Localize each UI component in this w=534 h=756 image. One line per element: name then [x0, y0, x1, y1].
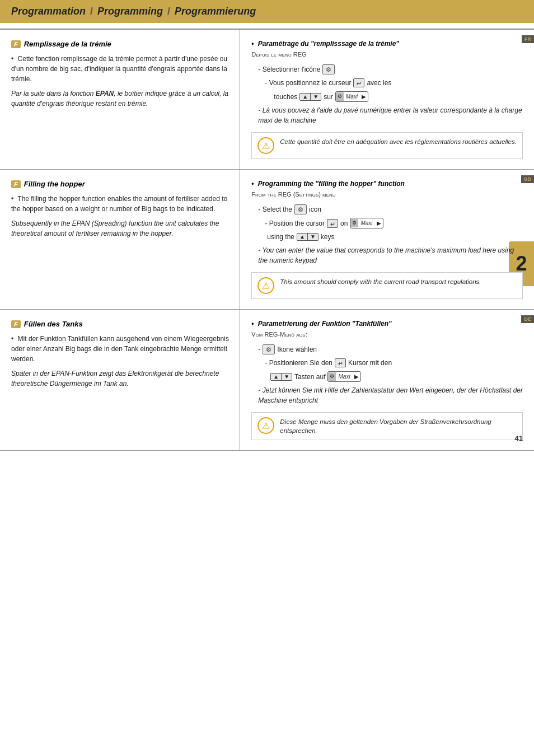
gb-warning-box: ⚠ This amount should comply with the cur…	[251, 272, 523, 299]
settings-icon-fr: ⚙	[322, 64, 335, 74]
gb-body-p2: Subsequently in the EPAN (Spreading) fun…	[11, 218, 229, 239]
gb-step4: - You can enter the value that correspon…	[258, 245, 523, 265]
gb-section: GB F Filling the hopper • The filling th…	[0, 170, 534, 310]
header-sep-1: /	[90, 6, 93, 17]
maxi-widget-fr: ⚙ Maxi ▶	[335, 91, 368, 102]
updown-icon-fr: ▲▼	[299, 93, 321, 101]
de-warning-text: Diese Menge muss den geltenden Vorgaben …	[280, 417, 517, 435]
de-badge: DE	[521, 315, 534, 323]
gb-left-title: Filling the hopper	[24, 180, 85, 188]
gb-left-body: • The filling the hopper function enable…	[11, 194, 229, 239]
return-icon-fr: ↵	[353, 78, 364, 87]
fr-left-title: Remplissage de la trémie	[24, 40, 111, 48]
fr-step4: - Là vous pouvez à l'aide du pavé numéri…	[258, 105, 523, 125]
fr-badge: FR	[522, 35, 534, 43]
fr-badge-area: FR	[522, 34, 534, 43]
fr-warning-text: Cette quantité doit être en adéquation a…	[280, 137, 517, 146]
maxi-widget-de: ⚙ Maxi ▶	[327, 371, 360, 382]
gb-right-panel: • Programming the "filling the hopper" f…	[240, 170, 534, 309]
settings-icon-gb: ⚙	[294, 204, 307, 214]
f-badge-de: F	[11, 320, 21, 328]
fr-left-body: • Cette fonction remplissage de la trémi…	[11, 54, 229, 109]
return-icon-de: ↵	[335, 358, 346, 367]
fr-section: FR F Remplissage de la trémie • Cette fo…	[0, 29, 534, 170]
de-right-subtitle: Vom REG-Menü aus:	[251, 331, 523, 338]
fr-left-panel: F Remplissage de la trémie • Cette fonct…	[0, 30, 240, 169]
page-header: Programmation / Programming / Programmie…	[0, 0, 534, 23]
gb-badge: GB	[521, 175, 535, 183]
de-section: DE F Füllen des Tanks • Mit der Funktion…	[0, 310, 534, 451]
gb-body-p1: • The filling the hopper function enable…	[11, 194, 229, 214]
page-number: 41	[515, 434, 523, 442]
fr-right-title: • Paramétrage du "remplisssage de la tré…	[251, 40, 523, 48]
de-right-title: • Parametrierung der Funktion "Tankfülle…	[251, 320, 523, 328]
warning-icon-gb: ⚠	[257, 277, 274, 294]
settings-icon-de: ⚙	[263, 344, 275, 354]
de-left-title: Füllen des Tanks	[24, 320, 83, 328]
return-icon-gb: ↵	[327, 219, 338, 228]
warning-icon-fr: ⚠	[257, 137, 274, 154]
fr-step2: - Vous positionnez le curseur ↵ avec les…	[265, 78, 523, 102]
de-badge-area: DE	[521, 314, 534, 323]
de-left-body: • Mit der Funktion Tankfüllen kann ausge…	[11, 334, 229, 389]
gb-step1: - Select the ⚙ icon	[258, 204, 523, 214]
de-step4: - Jetzt können Sie mit Hilfe der Zahlent…	[258, 385, 523, 405]
gb-step2: - Position the cursor ↵ on ⚙ Maxi ▶ usin…	[265, 218, 523, 242]
header-sep-2: /	[167, 6, 170, 17]
f-badge-gb: F	[11, 180, 21, 188]
fr-section-header: F Remplissage de la trémie	[11, 40, 229, 48]
de-section-header: F Füllen des Tanks	[11, 320, 229, 328]
fr-warning-box: ⚠ Cette quantité doit être en adéquation…	[251, 132, 523, 159]
gb-left-panel: F Filling the hopper • The filling the h…	[0, 170, 240, 309]
de-body-p1: • Mit der Funktion Tankfüllen kann ausge…	[11, 334, 229, 364]
de-warning-box: ⚠ Diese Menge muss den geltenden Vorgabe…	[251, 412, 523, 440]
fr-right-panel: • Paramétrage du "remplisssage de la tré…	[240, 30, 534, 169]
gb-warning-text: This amount should comply with the curre…	[280, 277, 481, 286]
updown-icon-de: ▲▼	[270, 373, 292, 381]
gb-right-title: • Programming the "filling the hopper" f…	[251, 180, 523, 188]
gb-right-subtitle: From the REG (Settings) menu	[251, 191, 523, 198]
fr-right-subtitle: Depuis le menu REG	[251, 51, 523, 58]
f-badge: F	[11, 40, 21, 48]
gb-badge-area: GB	[521, 174, 535, 183]
gb-section-header: F Filling the hopper	[11, 180, 229, 188]
warning-icon-de: ⚠	[257, 417, 274, 434]
fr-step1: - Sélectionner l'icône ⚙	[258, 64, 523, 74]
fr-body-p2: Par la suite dans la fonction EPAN, le b…	[11, 88, 229, 109]
maxi-widget-gb: ⚙ Maxi ▶	[350, 218, 383, 228]
header-title-en: Programming	[97, 6, 163, 17]
de-right-panel: • Parametrierung der Funktion "Tankfülle…	[240, 310, 534, 450]
updown-icon-gb: ▲▼	[297, 233, 318, 241]
de-step1: - ⚙ Ikone wählen	[258, 344, 523, 354]
de-left-panel: F Füllen des Tanks • Mit der Funktion Ta…	[0, 310, 240, 450]
main-content: 2 FR F Remplissage de la trémie • Cette …	[0, 29, 534, 451]
header-title-fr: Programmation	[11, 6, 86, 17]
fr-body-p1: • Cette fonction remplissage de la trémi…	[11, 54, 229, 84]
header-title-de: Programmierung	[175, 6, 256, 17]
de-step2: - Positionieren Sie den ↵ Kursor mit den…	[265, 358, 523, 382]
de-body-p2: Später in der EPAN-Funktion zeigt das El…	[11, 368, 229, 389]
